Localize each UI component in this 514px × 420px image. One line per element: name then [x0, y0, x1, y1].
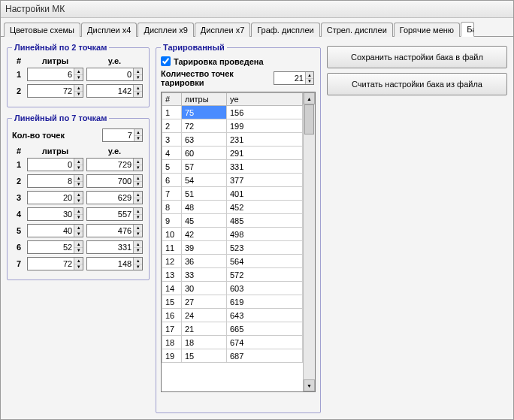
tab-hotmenu[interactable]: Горячие меню	[394, 23, 460, 37]
cell-litry[interactable]: 51	[182, 187, 227, 201]
l7-ue-spin[interactable]: ▲ ▼	[86, 174, 143, 188]
cell-ue[interactable]: 485	[227, 214, 303, 228]
l7-ue-spin[interactable]: ▲ ▼	[86, 224, 143, 237]
spin-arrows[interactable]: ▲ ▼	[74, 241, 83, 253]
chevron-up-icon[interactable]: ▲	[74, 175, 83, 182]
chevron-up-icon[interactable]: ▲	[74, 159, 83, 165]
cell-litry[interactable]: 72	[182, 119, 227, 133]
table-row[interactable]: 17 21 665	[162, 322, 303, 336]
chevron-down-icon[interactable]: ▼	[134, 182, 142, 188]
cell-ue[interactable]: 498	[227, 228, 303, 241]
th-num[interactable]: #	[162, 93, 182, 106]
l7-ue-input[interactable]	[87, 209, 133, 219]
cell-litry[interactable]: 57	[182, 160, 227, 174]
table-scrollbar[interactable]: ▲ ▼	[303, 92, 315, 391]
l2-ue-input[interactable]	[87, 86, 133, 96]
chevron-up-icon[interactable]: ▲	[134, 85, 142, 92]
cell-litry[interactable]: 39	[182, 241, 227, 255]
tarrir-kolvo-spin[interactable]: ▲ ▼	[274, 71, 314, 85]
l7-litry-input[interactable]	[28, 258, 74, 269]
chevron-down-icon[interactable]: ▼	[74, 248, 83, 254]
tab-tank[interactable]: Ба	[461, 22, 474, 37]
scroll-up-button[interactable]: ▲	[304, 92, 315, 104]
chevron-up-icon[interactable]: ▲	[74, 258, 83, 264]
cell-litry[interactable]: 27	[182, 295, 227, 309]
cell-ue[interactable]: 401	[227, 187, 303, 201]
cell-ue[interactable]: 199	[227, 119, 303, 133]
chevron-down-icon[interactable]: ▼	[134, 165, 142, 171]
table-row[interactable]: 1 75 156	[162, 106, 303, 119]
l7-ue-spin[interactable]: ▲ ▼	[86, 207, 143, 221]
th-litry[interactable]: литры	[182, 93, 227, 106]
scroll-thumb[interactable]	[304, 104, 314, 134]
chevron-up-icon[interactable]: ▲	[74, 225, 83, 231]
l7-litry-input[interactable]	[28, 242, 74, 252]
l7-ue-spin[interactable]: ▲ ▼	[86, 240, 143, 254]
table-row[interactable]: 12 36 564	[162, 255, 303, 268]
table-row[interactable]: 5 57 331	[162, 160, 303, 174]
cell-litry[interactable]: 36	[182, 255, 227, 268]
l2-litry-spin[interactable]: ▲ ▼	[27, 68, 83, 81]
chevron-up-icon[interactable]: ▲	[134, 175, 142, 182]
chevron-up-icon[interactable]: ▲	[134, 192, 142, 198]
save-tank-button[interactable]: Сохранить настройки бака в файл	[327, 46, 507, 68]
table-row[interactable]: 10 42 498	[162, 228, 303, 241]
l2-ue-spin[interactable]: ▲ ▼	[86, 68, 143, 81]
table-row[interactable]: 2 72 199	[162, 119, 303, 133]
chevron-down-icon[interactable]: ▼	[74, 215, 83, 221]
l7-ue-input[interactable]	[87, 258, 133, 269]
cell-litry[interactable]: 42	[182, 228, 227, 241]
cell-litry[interactable]: 60	[182, 147, 227, 160]
chevron-down-icon[interactable]: ▼	[74, 182, 83, 188]
tab-disp-x4[interactable]: Дисплеи x4	[81, 23, 137, 37]
l7-kolvo-input[interactable]	[103, 130, 134, 141]
l7-litry-spin[interactable]: ▲ ▼	[27, 257, 83, 270]
chevron-down-icon[interactable]: ▼	[74, 165, 83, 171]
l7-litry-spin[interactable]: ▲ ▼	[27, 158, 83, 171]
chevron-down-icon[interactable]: ▼	[134, 75, 142, 81]
l7-litry-input[interactable]	[28, 209, 74, 219]
spin-arrows[interactable]: ▲ ▼	[133, 208, 142, 220]
cell-ue[interactable]: 687	[227, 349, 303, 363]
tab-colors[interactable]: Цветовые схемы	[4, 23, 80, 37]
spin-arrows[interactable]: ▲ ▼	[133, 159, 142, 171]
calibration-table-scroll[interactable]: # литры уе 1 75 156 2 72 199 3 63 231 4 …	[162, 92, 303, 391]
cell-litry[interactable]: 18	[182, 336, 227, 349]
table-row[interactable]: 3 63 231	[162, 133, 303, 147]
tarrir-done-checkbox[interactable]	[161, 56, 171, 66]
cell-litry[interactable]: 75	[182, 106, 227, 119]
cell-ue[interactable]: 665	[227, 322, 303, 336]
chevron-down-icon[interactable]: ▼	[134, 92, 142, 98]
spin-arrows[interactable]: ▲ ▼	[74, 68, 83, 80]
l7-ue-input[interactable]	[87, 242, 133, 252]
spin-arrows[interactable]: ▲ ▼	[133, 225, 142, 237]
l7-litry-spin[interactable]: ▲ ▼	[27, 240, 83, 254]
chevron-up-icon[interactable]: ▲	[134, 258, 142, 264]
cell-ue[interactable]: 523	[227, 241, 303, 255]
l7-ue-input[interactable]	[87, 192, 133, 203]
spin-arrows[interactable]: ▲ ▼	[74, 258, 83, 270]
l2-ue-spin[interactable]: ▲ ▼	[86, 84, 143, 98]
cell-ue[interactable]: 674	[227, 336, 303, 349]
cell-litry[interactable]: 24	[182, 309, 227, 322]
cell-ue[interactable]: 619	[227, 295, 303, 309]
table-row[interactable]: 4 60 291	[162, 147, 303, 160]
cell-ue[interactable]: 572	[227, 268, 303, 282]
l7-litry-input[interactable]	[28, 159, 74, 170]
chevron-down-icon[interactable]: ▼	[74, 75, 83, 81]
table-row[interactable]: 6 54 377	[162, 174, 303, 187]
table-row[interactable]: 19 15 687	[162, 349, 303, 363]
tab-needle[interactable]: Стрел. дисплеи	[321, 23, 393, 37]
spin-arrows[interactable]: ▲ ▼	[74, 225, 83, 237]
chevron-up-icon[interactable]: ▲	[134, 208, 142, 215]
spin-arrows[interactable]: ▲ ▼	[133, 68, 142, 80]
l7-litry-input[interactable]	[28, 176, 74, 186]
load-tank-button[interactable]: Считать настройки бака из файла	[327, 73, 507, 95]
cell-ue[interactable]: 603	[227, 282, 303, 295]
th-ue[interactable]: уе	[227, 93, 303, 106]
cell-ue[interactable]: 156	[227, 106, 303, 119]
cell-litry[interactable]: 15	[182, 349, 227, 363]
chevron-down-icon[interactable]: ▼	[134, 264, 142, 270]
scroll-track[interactable]	[304, 104, 315, 379]
scroll-down-button[interactable]: ▼	[304, 379, 315, 391]
